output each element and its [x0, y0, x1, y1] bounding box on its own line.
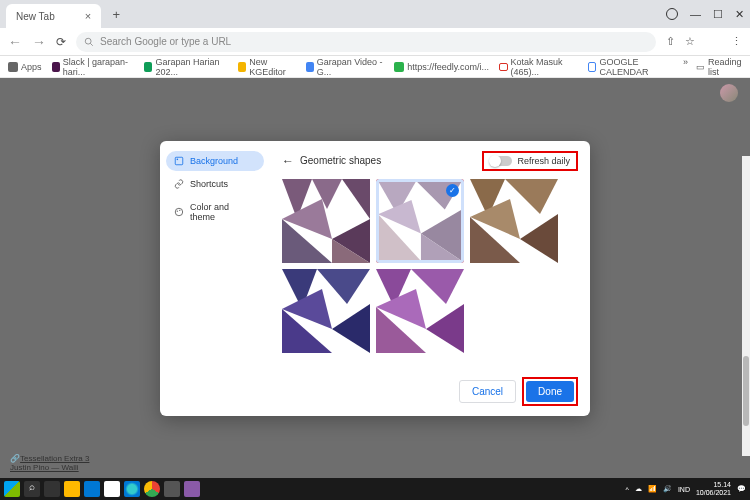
- dialog-title: Geometric shapes: [300, 155, 381, 166]
- titlebar: New Tab × + ― ☐ ✕: [0, 0, 750, 28]
- profile-avatar[interactable]: [705, 34, 721, 50]
- dialog-header: ← Geometric shapes Refresh daily: [282, 151, 578, 171]
- chrome-icon[interactable]: [144, 481, 160, 497]
- search-icon: [84, 37, 94, 47]
- reading-icon: ▭: [696, 62, 705, 72]
- bookmark-sheets[interactable]: Garapan Harian 202...: [144, 57, 228, 77]
- snip-icon[interactable]: [164, 481, 180, 497]
- tray-chevron-icon[interactable]: ^: [626, 486, 629, 493]
- bg-thumb-3[interactable]: [470, 179, 558, 263]
- scrollbar-thumb[interactable]: [743, 356, 749, 426]
- back-arrow-button[interactable]: ←: [282, 154, 294, 168]
- docs-icon: [306, 62, 314, 72]
- bg-thumb-1[interactable]: [282, 179, 370, 263]
- sidebar-item-shortcuts[interactable]: Shortcuts: [166, 174, 264, 194]
- tray-wifi-icon[interactable]: 📶: [648, 485, 657, 493]
- slack-icon: [52, 62, 60, 72]
- close-window-button[interactable]: ✕: [735, 8, 744, 21]
- reading-list-button[interactable]: ▭Reading list: [696, 57, 742, 77]
- pencil-icon: [238, 62, 246, 72]
- address-bar[interactable]: Search Google or type a URL: [76, 32, 656, 52]
- svg-rect-2: [175, 157, 183, 165]
- store-icon[interactable]: [104, 481, 120, 497]
- svg-marker-31: [411, 269, 464, 304]
- omnibox-placeholder: Search Google or type a URL: [100, 36, 231, 47]
- credit-title-link[interactable]: Tessellation Extra 3: [20, 454, 89, 463]
- gmail-icon: [499, 63, 507, 71]
- system-tray: ^ ☁ 📶 🔊 IND 15.14 10/06/2021 💬: [626, 481, 746, 496]
- sidebar-item-background[interactable]: Background: [166, 151, 264, 171]
- tray-volume-icon[interactable]: 🔊: [663, 485, 672, 493]
- taskbar: ⌕ ^ ☁ 📶 🔊 IND 15.14 10/06/2021 💬: [0, 478, 750, 500]
- start-button[interactable]: [4, 481, 20, 497]
- bookmark-overflow-icon[interactable]: »: [683, 57, 688, 77]
- tray-notifications-icon[interactable]: 💬: [737, 485, 746, 493]
- window-controls: ― ☐ ✕: [666, 8, 744, 21]
- edge-icon[interactable]: [124, 481, 140, 497]
- tray-clock[interactable]: 15.14 10/06/2021: [696, 481, 731, 496]
- taskview-icon[interactable]: [44, 481, 60, 497]
- palette-icon: [174, 207, 184, 217]
- cancel-button[interactable]: Cancel: [459, 380, 516, 403]
- bookmark-kgeditor[interactable]: New KGEditor: [238, 57, 295, 77]
- explorer-icon[interactable]: [64, 481, 80, 497]
- page-content: 🔗 Tessellation Extra 3 Justin Pino — Wal…: [0, 78, 750, 478]
- customize-dialog: Background Shortcuts Color and theme ← G…: [160, 141, 590, 416]
- minimize-button[interactable]: ―: [690, 8, 701, 20]
- dialog-footer: Cancel Done: [282, 377, 578, 406]
- bg-thumb-4[interactable]: [282, 269, 370, 353]
- dialog-sidebar: Background Shortcuts Color and theme: [160, 141, 270, 416]
- new-tab-button[interactable]: +: [107, 5, 125, 23]
- reload-button[interactable]: ⟳: [56, 35, 66, 49]
- svg-marker-26: [317, 269, 370, 304]
- calendar-icon: [588, 62, 596, 72]
- search-taskbar-icon[interactable]: ⌕: [24, 481, 40, 497]
- maximize-button[interactable]: ☐: [713, 8, 723, 21]
- apps-icon: [8, 62, 18, 72]
- dialog-main: ← Geometric shapes Refresh daily ✓: [270, 141, 590, 416]
- close-tab-icon[interactable]: ×: [85, 10, 91, 22]
- check-icon: ✓: [446, 184, 459, 197]
- apps-button[interactable]: Apps: [8, 62, 42, 72]
- forward-button[interactable]: →: [32, 34, 46, 50]
- mail-icon[interactable]: [84, 481, 100, 497]
- svg-point-6: [179, 209, 180, 210]
- record-icon[interactable]: [666, 8, 678, 20]
- svg-line-1: [90, 43, 93, 46]
- svg-marker-21: [505, 179, 558, 214]
- bg-thumb-5[interactable]: [376, 269, 464, 353]
- done-button[interactable]: Done: [526, 381, 574, 402]
- background-grid: ✓: [282, 179, 578, 353]
- menu-icon[interactable]: ⋮: [731, 35, 742, 48]
- bookmark-calendar[interactable]: GOOGLE CALENDAR: [588, 57, 673, 77]
- page-avatar[interactable]: [720, 84, 738, 102]
- sheets-icon: [144, 62, 152, 72]
- svg-point-3: [177, 158, 179, 160]
- wallpaper-credit: 🔗 Tessellation Extra 3 Justin Pino — Wal…: [10, 454, 89, 472]
- bg-thumb-2-selected[interactable]: ✓: [376, 179, 464, 263]
- tray-cloud-icon[interactable]: ☁: [635, 485, 642, 493]
- svg-marker-9: [342, 179, 370, 219]
- paint-icon[interactable]: [184, 481, 200, 497]
- share-icon[interactable]: ⇧: [666, 35, 675, 48]
- tray-lang[interactable]: IND: [678, 486, 690, 493]
- svg-point-4: [175, 208, 182, 215]
- tab-title: New Tab: [16, 11, 55, 22]
- bookmark-feedly[interactable]: https://feedly.com/i...: [394, 62, 489, 72]
- bookmark-slack[interactable]: Slack | garapan-hari...: [52, 57, 135, 77]
- scrollbar[interactable]: [742, 156, 750, 456]
- bookmark-video[interactable]: Garapan Video - G...: [306, 57, 385, 77]
- sidebar-item-color[interactable]: Color and theme: [166, 197, 264, 227]
- back-button[interactable]: ←: [8, 34, 22, 50]
- refresh-daily-toggle[interactable]: Refresh daily: [482, 151, 578, 171]
- bookmark-star-icon[interactable]: ☆: [685, 35, 695, 48]
- link-icon: 🔗: [10, 454, 18, 462]
- bookmark-gmail[interactable]: Kotak Masuk (465)...: [499, 57, 578, 77]
- browser-tab[interactable]: New Tab ×: [6, 4, 101, 28]
- credit-author-link[interactable]: Justin Pino — Walli: [10, 463, 79, 472]
- svg-marker-28: [332, 304, 370, 353]
- toggle-switch[interactable]: [490, 156, 512, 166]
- svg-marker-23: [520, 214, 558, 263]
- done-highlight: Done: [522, 377, 578, 406]
- bookmarks-bar: Apps Slack | garapan-hari... Garapan Har…: [0, 56, 750, 78]
